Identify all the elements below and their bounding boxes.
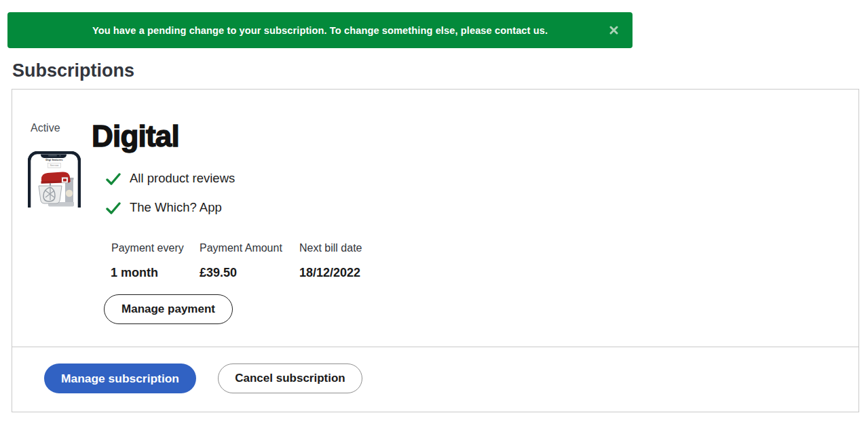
svg-text:See now: See now — [50, 164, 59, 167]
svg-text:Digi features: Digi features — [45, 158, 63, 161]
